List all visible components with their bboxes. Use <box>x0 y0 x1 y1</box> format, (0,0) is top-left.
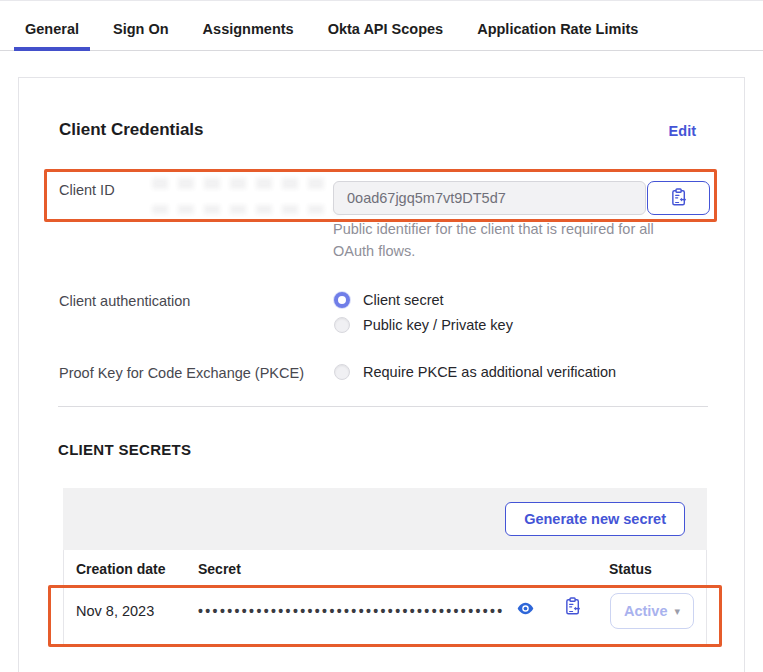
tab-sign-on[interactable]: Sign On <box>102 9 180 51</box>
radio-option-label: Public key / Private key <box>363 317 513 333</box>
edit-link[interactable]: Edit <box>669 123 696 139</box>
radio-option-public-private-key[interactable]: Public key / Private key <box>334 316 513 334</box>
status-badge: Active <box>624 603 668 619</box>
app-settings-page: General Sign On Assignments Okta API Sco… <box>0 0 763 672</box>
redacted-smudge <box>152 205 344 214</box>
pkce-checkbox-option[interactable]: Require PKCE as additional verification <box>334 363 616 381</box>
section-divider <box>58 406 708 407</box>
radio-option-client-secret[interactable]: Client secret <box>334 291 444 309</box>
client-secrets-title: CLIENT SECRETS <box>58 441 191 458</box>
tab-okta-api-scopes[interactable]: Okta API Scopes <box>317 9 455 51</box>
copy-clipboard-icon <box>565 597 581 618</box>
client-credentials-card: Client Credentials Edit Client ID Public… <box>18 77 745 672</box>
tab-application-rate-limits[interactable]: Application Rate Limits <box>466 9 649 51</box>
checkbox-unchecked-icon[interactable] <box>334 364 350 380</box>
client-id-input[interactable] <box>333 181 646 215</box>
tab-bar: General Sign On Assignments Okta API Sco… <box>14 9 649 51</box>
copy-clipboard-icon <box>671 188 687 209</box>
tab-general[interactable]: General <box>14 9 90 51</box>
caret-down-icon: ▾ <box>675 605 681 618</box>
secret-creation-date: Nov 8, 2023 <box>76 603 154 619</box>
radio-option-label: Client secret <box>363 292 444 308</box>
column-header-creation-date: Creation date <box>76 561 165 577</box>
column-header-secret: Secret <box>198 561 241 577</box>
generate-new-secret-button[interactable]: Generate new secret <box>505 502 685 536</box>
panel-title: Client Credentials <box>59 120 204 140</box>
copy-client-id-button[interactable] <box>647 181 710 215</box>
copy-secret-button[interactable] <box>565 597 581 618</box>
eye-icon <box>517 602 534 618</box>
masked-secret-value: ••••••••••••••••••••••••••••••••••••••••… <box>198 599 522 623</box>
reveal-secret-button[interactable] <box>517 602 534 618</box>
redacted-smudge <box>152 178 327 189</box>
client-authentication-label: Client authentication <box>59 293 190 309</box>
client-id-help-text: Public identifier for the client that is… <box>333 219 695 262</box>
column-header-status: Status <box>609 561 652 577</box>
client-secrets-toolbar: Generate new secret <box>63 488 707 550</box>
radio-unselected-icon[interactable] <box>334 317 350 333</box>
client-id-label: Client ID <box>59 182 115 198</box>
top-divider <box>0 0 763 1</box>
tab-assignments[interactable]: Assignments <box>192 9 305 51</box>
radio-selected-icon[interactable] <box>334 292 350 308</box>
pkce-label: Proof Key for Code Exchange (PKCE) <box>59 365 304 381</box>
secret-status-dropdown[interactable]: Active ▾ <box>610 593 694 629</box>
checkbox-option-label: Require PKCE as additional verification <box>363 364 616 380</box>
